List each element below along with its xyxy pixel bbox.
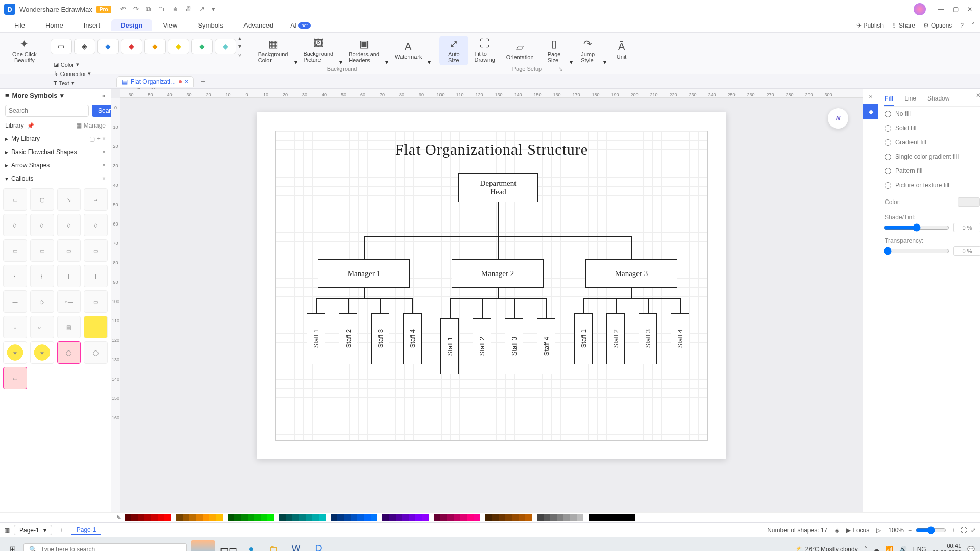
document-tab[interactable]: ▤ Flat Organizati... × <box>116 76 194 87</box>
page-setup-launcher[interactable]: ↘ <box>558 66 563 72</box>
color-dropdown[interactable]: ◪ Color ▾ <box>51 60 94 69</box>
callout-shape[interactable]: ▭ <box>3 188 27 211</box>
jump-style-button[interactable]: ↷Jump Style <box>574 36 602 65</box>
color-swatch[interactable] <box>306 514 312 521</box>
add-page-button[interactable]: ＋ <box>56 524 67 536</box>
theme-8[interactable]: ◆ <box>215 39 236 54</box>
dept-head-box[interactable]: Department Head <box>458 173 538 202</box>
color-swatch[interactable] <box>371 514 377 521</box>
color-swatch[interactable] <box>138 514 144 521</box>
callout-shape[interactable]: ◇ <box>30 290 54 313</box>
diagram-title[interactable]: Flat Organizational Structure <box>257 141 726 158</box>
color-swatch[interactable] <box>595 514 602 521</box>
color-swatch[interactable] <box>364 514 371 521</box>
callout-shape[interactable]: ▭ <box>84 290 108 313</box>
explorer-icon[interactable]: 🗀 <box>264 540 283 552</box>
callout-shape[interactable]: ▭ <box>57 239 81 262</box>
one-click-beautify-button[interactable]: ✦One Click Beautify <box>7 36 42 65</box>
my-library-section[interactable]: ▸ My Library▢ + × <box>0 132 111 145</box>
fill-tool-icon[interactable]: ◆ <box>863 104 878 119</box>
menu-ai[interactable]: AIhot <box>284 20 317 31</box>
color-swatch[interactable] <box>234 514 241 521</box>
color-swatch[interactable] <box>557 514 564 521</box>
staff-box[interactable]: Staff 4 <box>537 318 555 374</box>
jumpstyle-dropdown[interactable]: ▾ <box>603 59 606 66</box>
presentation-icon[interactable]: ▷ <box>876 527 881 534</box>
color-swatch[interactable] <box>492 514 499 521</box>
theme-7[interactable]: ◆ <box>191 39 213 54</box>
callout-shape[interactable]: ◇ <box>84 214 108 236</box>
watermark-button[interactable]: AWatermark <box>389 39 427 62</box>
notifications-icon[interactable]: 💬 <box>967 546 975 552</box>
bgpic-dropdown[interactable]: ▾ <box>339 59 342 66</box>
wifi-icon[interactable]: 📶 <box>886 546 893 552</box>
color-swatch[interactable] <box>434 514 440 521</box>
theme-5[interactable]: ◆ <box>144 39 166 54</box>
color-swatch[interactable] <box>409 514 415 521</box>
theme-expand[interactable]: ▿ <box>238 51 241 58</box>
color-swatch[interactable] <box>570 514 577 521</box>
taskbar-search[interactable]: 🔍 Type here to search <box>23 543 187 552</box>
color-swatch[interactable] <box>589 514 595 521</box>
color-swatch[interactable] <box>261 514 267 521</box>
color-swatch[interactable] <box>958 197 980 207</box>
user-avatar[interactable] <box>914 3 926 15</box>
color-swatch[interactable] <box>525 514 532 521</box>
shadow-tab[interactable]: Shadow <box>926 92 950 106</box>
callout-shape[interactable]: ○— <box>57 290 81 313</box>
line-tab[interactable]: Line <box>903 92 917 106</box>
callout-shape[interactable]: [ <box>57 265 81 287</box>
color-swatch[interactable] <box>344 514 351 521</box>
eyedropper-icon[interactable]: ✎ <box>116 514 121 521</box>
auto-size-button[interactable]: ⤢Auto Size <box>439 36 468 65</box>
symbol-search-input[interactable] <box>5 105 89 117</box>
staff-box[interactable]: Staff 1 <box>440 318 459 374</box>
manager-1-box[interactable]: Manager 1 <box>318 259 410 288</box>
volume-icon[interactable]: 🔊 <box>899 546 907 552</box>
color-swatch[interactable] <box>499 514 505 521</box>
open-icon[interactable]: 🗀 <box>158 5 164 13</box>
menu-insert[interactable]: Insert <box>75 19 110 31</box>
sec-close-1[interactable]: × <box>102 162 106 169</box>
color-swatch[interactable] <box>564 514 570 521</box>
menu-file[interactable]: File <box>5 19 34 31</box>
manage-link[interactable]: ▦ Manage <box>76 122 106 129</box>
callout-shape[interactable]: ▭ <box>3 239 27 262</box>
tray-chevron-icon[interactable]: ˄ <box>864 546 867 552</box>
new-icon[interactable]: ⧉ <box>146 5 151 13</box>
color-swatch[interactable] <box>209 514 216 521</box>
bgcolor-dropdown[interactable]: ▾ <box>294 59 297 66</box>
callout-shape[interactable]: ↘ <box>57 188 81 211</box>
basic-flowchart-section[interactable]: ▸ Basic Flowchart Shapes× <box>0 145 111 159</box>
callout-shape[interactable]: { <box>3 265 27 287</box>
orientation-button[interactable]: ▱Orientation <box>501 39 539 62</box>
page-selector[interactable]: Page-1▾ <box>14 525 52 535</box>
solid-fill-option[interactable]: Solid fill <box>884 121 980 135</box>
close-tab-icon[interactable]: × <box>185 78 188 85</box>
close-panel-icon[interactable]: ✕ <box>976 92 980 106</box>
color-swatch[interactable] <box>396 514 402 521</box>
staff-box[interactable]: Staff 3 <box>505 318 523 374</box>
unit-button[interactable]: ĀUnit <box>607 39 636 62</box>
callout-shape[interactable]: ▢ <box>30 188 54 211</box>
staff-box[interactable]: Staff 2 <box>606 313 625 364</box>
color-swatch[interactable] <box>151 514 158 521</box>
word-icon[interactable]: W <box>287 540 305 552</box>
callout-shape[interactable]: [ <box>84 265 108 287</box>
library-label[interactable]: Library <box>5 122 24 129</box>
callout-shape[interactable]: → <box>84 188 108 211</box>
new-tab-button[interactable]: ＋ <box>197 76 208 87</box>
color-swatch[interactable] <box>622 514 628 521</box>
callout-shape[interactable]: ◇ <box>30 214 54 236</box>
color-swatch[interactable] <box>415 514 422 521</box>
task-view-icon[interactable]: ▭▭ <box>219 540 238 552</box>
share-button[interactable]: ⇪ Share <box>892 22 915 29</box>
color-swatch[interactable] <box>512 514 519 521</box>
color-swatch[interactable] <box>505 514 512 521</box>
color-swatch[interactable] <box>158 514 164 521</box>
fullscreen-icon[interactable]: ⤢ <box>971 527 976 534</box>
background-picture-button[interactable]: 🖼Background Picture <box>298 36 338 65</box>
menu-design[interactable]: Design <box>111 19 152 31</box>
save-icon[interactable]: 🗎 <box>172 5 178 13</box>
staff-box[interactable]: Staff 4 <box>403 313 422 364</box>
